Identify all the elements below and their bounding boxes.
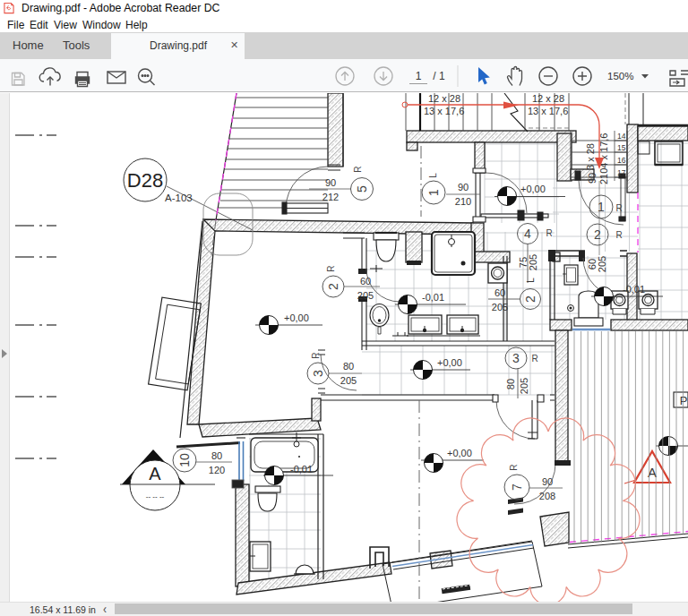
svg-text:14: 14 bbox=[617, 132, 626, 141]
svg-text:205: 205 bbox=[597, 256, 607, 272]
svg-text:R: R bbox=[615, 203, 622, 213]
svg-text:80: 80 bbox=[505, 379, 516, 389]
svg-text:80: 80 bbox=[211, 450, 222, 461]
svg-text:3 x 28: 3 x 28 bbox=[585, 143, 596, 170]
svg-text:150%: 150% bbox=[607, 71, 633, 81]
svg-text:13 x 17,6: 13 x 17,6 bbox=[528, 106, 568, 116]
svg-text:-0,01: -0,01 bbox=[623, 284, 645, 295]
svg-text:90: 90 bbox=[458, 182, 469, 192]
svg-text:12 x 28: 12 x 28 bbox=[532, 93, 564, 104]
svg-text:60: 60 bbox=[494, 287, 505, 298]
svg-text:R: R bbox=[615, 230, 622, 240]
svg-text:R: R bbox=[326, 265, 336, 271]
svg-text:120: 120 bbox=[209, 465, 225, 475]
svg-text:60: 60 bbox=[360, 276, 371, 287]
svg-text:-0,01: -0,01 bbox=[422, 292, 444, 303]
svg-text:1: 1 bbox=[426, 189, 441, 196]
svg-text:A: A bbox=[149, 464, 161, 483]
svg-text:R: R bbox=[311, 352, 321, 358]
svg-text:13 x 17,6: 13 x 17,6 bbox=[424, 106, 464, 116]
svg-text:205: 205 bbox=[519, 378, 529, 394]
svg-text:-0,01: -0,01 bbox=[290, 464, 313, 475]
svg-text:210: 210 bbox=[455, 196, 471, 207]
svg-text:208: 208 bbox=[539, 491, 555, 501]
svg-text:3: 3 bbox=[311, 370, 325, 377]
svg-text:12 x 28: 12 x 28 bbox=[428, 93, 460, 104]
svg-text:90: 90 bbox=[587, 173, 598, 184]
svg-text:17: 17 bbox=[617, 168, 626, 177]
svg-text:5: 5 bbox=[355, 185, 369, 192]
svg-text:205: 205 bbox=[357, 290, 374, 301]
svg-text:2: 2 bbox=[523, 295, 538, 303]
svg-text:R: R bbox=[546, 228, 552, 238]
svg-text:2: 2 bbox=[594, 227, 601, 242]
svg-text:80: 80 bbox=[343, 361, 354, 372]
svg-text:205: 205 bbox=[492, 302, 508, 312]
svg-text:1: 1 bbox=[598, 200, 605, 214]
svg-text:L: L bbox=[526, 278, 536, 283]
svg-text:3: 3 bbox=[512, 351, 520, 365]
svg-text:L: L bbox=[428, 173, 438, 178]
svg-text:90: 90 bbox=[542, 476, 553, 487]
svg-text:+0,00: +0,00 bbox=[437, 357, 462, 368]
svg-text:16: 16 bbox=[617, 156, 626, 165]
svg-text:+0,00: +0,00 bbox=[447, 448, 472, 458]
svg-text:-- -- --: -- -- -- bbox=[146, 492, 165, 500]
svg-text:+0,00: +0,00 bbox=[520, 184, 546, 194]
svg-text:+0,00: +0,00 bbox=[284, 312, 309, 323]
svg-text:4: 4 bbox=[524, 227, 531, 241]
svg-text:A-103: A-103 bbox=[165, 192, 193, 203]
svg-text:1: 1 bbox=[416, 70, 422, 82]
svg-text:15: 15 bbox=[617, 143, 626, 152]
svg-text:90: 90 bbox=[325, 177, 336, 188]
svg-text:2: 2 bbox=[326, 283, 340, 290]
svg-text:212: 212 bbox=[322, 192, 339, 202]
svg-text:10: 10 bbox=[177, 453, 192, 467]
svg-text:R: R bbox=[509, 464, 519, 470]
svg-text:205: 205 bbox=[340, 375, 357, 386]
svg-text:R: R bbox=[353, 166, 363, 172]
svg-text:R: R bbox=[531, 354, 538, 364]
svg-text:7: 7 bbox=[510, 483, 524, 491]
svg-text:D28: D28 bbox=[127, 169, 163, 192]
svg-text:/ 1: / 1 bbox=[433, 70, 445, 82]
svg-text:205: 205 bbox=[528, 254, 538, 270]
